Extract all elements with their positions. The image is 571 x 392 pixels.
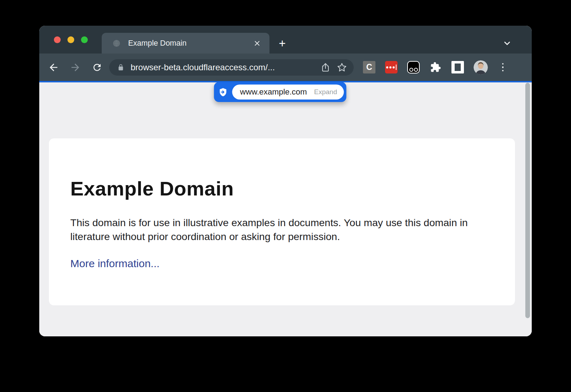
tab-strip: Example Domain + xyxy=(39,26,532,54)
page-card: Example Domain This domain is for use in… xyxy=(49,138,515,305)
more-information-link[interactable]: More information... xyxy=(70,258,160,270)
close-window-button[interactable] xyxy=(54,36,61,43)
puzzle-icon[interactable] xyxy=(429,61,442,73)
reload-icon[interactable] xyxy=(89,60,105,75)
isolation-banner[interactable]: www.example.com Expand xyxy=(214,82,346,102)
lock-icon xyxy=(117,63,125,72)
chevron-down-icon[interactable] xyxy=(502,38,512,49)
page-viewport: www.example.com Expand Example Domain Th… xyxy=(39,82,532,336)
password-manager-extension-icon[interactable] xyxy=(385,61,398,73)
tab-close-icon[interactable] xyxy=(253,39,261,47)
address-bar[interactable]: browser-beta.cloudflareaccess.com/... xyxy=(109,59,354,76)
profile-avatar[interactable] xyxy=(474,60,488,75)
forward-arrow-icon[interactable] xyxy=(67,60,83,75)
white-square-extension-icon[interactable] xyxy=(451,61,464,73)
zoom-window-button[interactable] xyxy=(81,36,88,43)
globe-icon xyxy=(112,39,121,47)
browser-window: Example Domain + xyxy=(39,26,532,336)
isolation-host-pill[interactable]: www.example.com Expand xyxy=(232,85,344,100)
c-extension-icon[interactable]: C xyxy=(363,61,375,73)
minimize-window-button[interactable] xyxy=(67,36,74,43)
browser-tab[interactable]: Example Domain xyxy=(102,33,269,54)
dark-circles-extension-icon[interactable] xyxy=(407,61,420,73)
page-heading: Example Domain xyxy=(70,177,493,200)
star-icon[interactable] xyxy=(337,62,347,73)
expand-button[interactable]: Expand xyxy=(314,88,337,96)
new-tab-button[interactable]: + xyxy=(276,36,289,50)
kebab-menu-icon[interactable] xyxy=(497,60,508,75)
extensions-area: C xyxy=(363,60,508,75)
tab-title: Example Domain xyxy=(128,39,253,48)
navigation-toolbar: browser-beta.cloudflareaccess.com/... C xyxy=(39,54,532,81)
back-arrow-icon[interactable] xyxy=(46,60,61,75)
url-text: browser-beta.cloudflareaccess.com/... xyxy=(131,62,314,72)
vertical-scrollbar[interactable] xyxy=(525,83,530,318)
share-icon[interactable] xyxy=(320,62,331,73)
isolated-hostname: www.example.com xyxy=(240,87,307,97)
window-controls xyxy=(54,26,88,54)
shield-arrow-icon xyxy=(218,87,228,97)
page-body-text: This domain is for use in illustrative e… xyxy=(70,216,481,243)
